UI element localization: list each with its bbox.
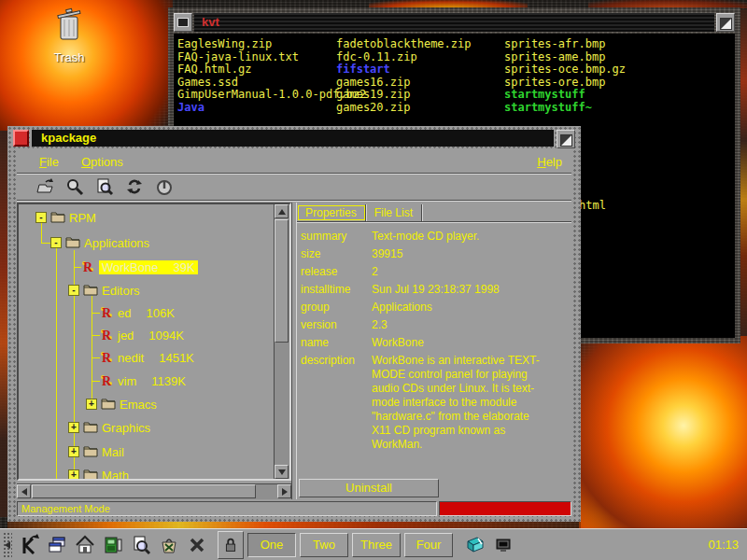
scroll-down-button[interactable] xyxy=(275,465,289,479)
k-menu-icon xyxy=(18,534,40,556)
property-value: Sun Jul 19 23:18:37 1998 xyxy=(372,283,551,297)
tree-expander[interactable]: + xyxy=(86,399,97,410)
scroll-left-button[interactable] xyxy=(17,484,31,498)
tree-expander[interactable]: + xyxy=(68,422,79,433)
folder-icon xyxy=(83,420,98,436)
property-row: description WorkBone is an interactive T… xyxy=(301,354,571,452)
scroll-up-button[interactable] xyxy=(275,204,289,218)
power-icon[interactable] xyxy=(153,175,176,198)
scroll-right-button[interactable] xyxy=(277,484,291,498)
tree-vertical-scrollbar[interactable] xyxy=(274,204,289,479)
menu-file[interactable]: File xyxy=(39,155,59,169)
svg-text:R: R xyxy=(83,260,93,273)
toolbox-icon xyxy=(158,534,180,556)
package-tree-column: - RPM - Applications xyxy=(17,203,291,499)
property-value: WorkBone is an interactive TEXT-MODE con… xyxy=(372,354,551,452)
property-row: name WorkBone xyxy=(301,336,571,350)
kpackage-titlebar[interactable]: kpackage xyxy=(32,130,554,147)
kpackage-maximize-button[interactable] xyxy=(557,130,575,148)
tree-expander[interactable]: - xyxy=(68,285,79,296)
property-row: summary Text-mode CD player. xyxy=(301,230,571,244)
reload-icon[interactable] xyxy=(123,175,146,198)
scrollbar-thumb[interactable] xyxy=(275,219,289,343)
svg-text:R: R xyxy=(102,374,112,387)
tree-line xyxy=(41,243,50,244)
property-key: description xyxy=(301,354,372,367)
panel-hide-handle[interactable] xyxy=(3,532,12,558)
lock-screen-button[interactable] xyxy=(218,531,244,559)
scrollbar-thumb[interactable] xyxy=(32,484,256,498)
property-row: release 2 xyxy=(301,265,571,279)
terminal-row: FAQ.html.gz fifstart sprites-oce.bmp.gz xyxy=(177,63,735,77)
open-package-icon[interactable] xyxy=(34,175,56,198)
kvt-launcher-button[interactable] xyxy=(490,532,516,558)
folder-icon xyxy=(83,283,98,299)
left-arrow-icon xyxy=(21,488,27,496)
property-row: size 39915 xyxy=(301,247,571,261)
find-files-button[interactable] xyxy=(128,532,154,558)
property-value: 2.3 xyxy=(372,318,551,332)
menu-help[interactable]: Help xyxy=(537,155,562,169)
detail-tabs: Properties File List xyxy=(297,203,571,222)
wallpaper-flame xyxy=(740,9,747,338)
tree-item-label: Applications xyxy=(84,236,149,250)
property-key: name xyxy=(301,336,372,349)
tree-expander[interactable]: + xyxy=(68,469,79,481)
k-menu-button[interactable] xyxy=(16,532,42,558)
svg-text:R: R xyxy=(102,306,112,319)
package-tree[interactable]: - RPM - Applications xyxy=(17,203,291,481)
tab-file-list[interactable]: File List xyxy=(366,204,422,221)
property-key: group xyxy=(301,301,372,314)
property-row: installtime Sun Jul 19 23:18:37 1998 xyxy=(301,283,571,297)
home-button[interactable] xyxy=(72,532,98,558)
kvt-window-menu-button[interactable] xyxy=(174,13,192,32)
home-icon xyxy=(74,534,96,556)
property-key: summary xyxy=(301,230,372,243)
desktop-pager-four[interactable]: Four xyxy=(404,533,453,557)
taskbar: One Two Three Four 01:13 xyxy=(0,528,747,560)
find-package-icon[interactable] xyxy=(63,175,86,198)
properties-panel: summary Text-mode CD player. size 39915 … xyxy=(297,222,571,476)
property-value: 2 xyxy=(372,265,551,279)
kvt-window-title: kvt xyxy=(202,15,219,29)
tree-item-label: WorkBone xyxy=(102,260,158,274)
kpackage-close-button[interactable] xyxy=(13,130,29,147)
action-row: Uninstall xyxy=(297,476,571,499)
tree-horizontal-scrollbar[interactable] xyxy=(17,483,291,499)
help-button[interactable] xyxy=(462,532,488,558)
right-arrow-icon xyxy=(282,488,288,496)
up-arrow-icon xyxy=(278,209,286,215)
folder-icon xyxy=(83,444,98,460)
window-list-icon xyxy=(46,534,68,556)
kvt-titlebar[interactable]: kvt xyxy=(194,13,714,32)
tree-item-label: Math xyxy=(102,469,129,481)
tree-line xyxy=(56,248,57,481)
tree-item-label: Mail xyxy=(102,445,124,459)
terminal-app-button[interactable] xyxy=(100,532,126,558)
left-arrow-icon xyxy=(5,541,10,549)
package-icon: R xyxy=(99,305,114,322)
tree-expander[interactable]: + xyxy=(68,446,79,457)
menu-options[interactable]: Options xyxy=(81,155,123,169)
tree-expander[interactable]: - xyxy=(50,237,62,248)
tree-item-size: 1451K xyxy=(159,351,194,365)
property-key: version xyxy=(301,318,372,331)
desktop-icon-trash[interactable]: Trash xyxy=(41,7,97,64)
terminal-row: GimpUserManual-1.0.0-pdf.bz2 games19.zip… xyxy=(177,89,735,102)
find-file-icon[interactable] xyxy=(93,175,116,198)
tree-expander[interactable]: - xyxy=(35,212,47,223)
tab-properties[interactable]: Properties xyxy=(297,204,366,221)
desktop-pager-three[interactable]: Three xyxy=(352,533,401,557)
kvt-maximize-button[interactable] xyxy=(716,13,735,32)
uninstall-button[interactable]: Uninstall xyxy=(299,479,439,497)
tree-item-label: vim xyxy=(118,374,136,388)
kvt-titlebar-row: kvt xyxy=(174,13,735,32)
toolbar xyxy=(17,174,571,201)
desktop-pager-two[interactable]: Two xyxy=(300,533,348,557)
desktop: Trash kvt EaglesWing.zip fadetoblackthem… xyxy=(0,0,747,560)
package-icon: R xyxy=(99,350,114,367)
window-list-button[interactable] xyxy=(44,532,70,558)
desktop-pager-one[interactable]: One xyxy=(247,533,296,557)
toolbox-button[interactable] xyxy=(156,532,182,558)
x11-button[interactable] xyxy=(184,532,210,558)
